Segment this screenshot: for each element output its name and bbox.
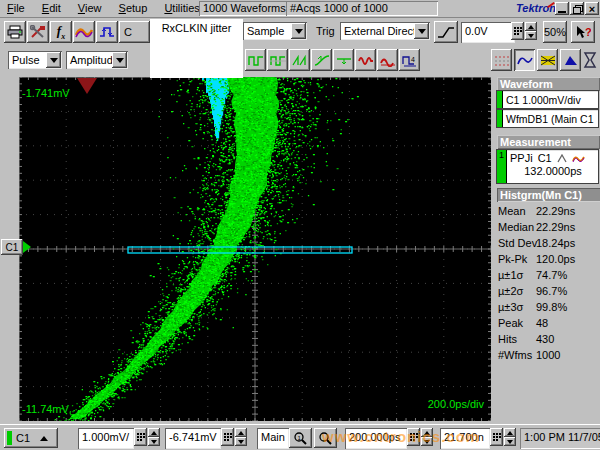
spin-down-icon[interactable] [235,437,247,446]
channel-select-button[interactable]: C1 [4,428,58,448]
pulse-levels-icon [270,54,286,67]
channel-up-arrow-icon [40,436,48,441]
close-button[interactable]: × [585,2,599,15]
close-icon: × [589,3,595,15]
measurement-slot-bar: 1 [497,150,507,183]
trigger-level-spinner[interactable] [525,22,537,40]
eye-diagram-button[interactable] [537,49,558,71]
peak-glyph-icon [557,154,567,163]
color-wave-glyph-icon [572,154,585,163]
measurement-section-header: Measurement [497,135,600,149]
waveform-db1-label: WfmDB1 (Main C1 [503,113,594,125]
trigger-source-value: External Direct [344,25,416,37]
svg-text:?: ? [585,26,591,38]
waveform-view-button[interactable] [514,49,535,71]
menu-edit[interactable]: Edit [35,0,68,17]
waveform-graticule[interactable]: -1.741mV -11.74mV 200.0ps/div [19,77,491,421]
timebase-per-div-label: 200.0ps/div [379,398,484,410]
measure-jitter-button[interactable]: 4 [399,49,420,71]
histogram-view-button[interactable] [560,49,581,71]
measure-risetime-button[interactable] [311,49,332,71]
sine-icon [517,54,533,67]
stat-row: Std Dev18.24ps [498,237,598,253]
measurement-type-select[interactable]: Amplitude [66,51,128,69]
cursor-style-button[interactable] [491,49,512,71]
histogram-section-header[interactable]: Histgrm(Mn C1) [497,188,600,202]
waveform-c1-button[interactable]: C1 1.000mV/div [497,91,598,108]
trigger-level-input[interactable]: 0.0V [461,22,515,43]
channel-1-reference-arrow-icon [23,241,31,253]
top-voltage-label: -1.741mV [22,87,70,99]
stat-row: Mean22.29ns [498,205,598,221]
pulse-edit-button[interactable] [96,21,118,43]
red-wave2-icon [380,54,396,67]
zoom-in-button[interactable]: 1 [289,428,312,448]
print-button[interactable] [4,21,26,43]
menu-bar: File Edit View Setup Utilities Help 1000… [0,0,600,18]
menu-file[interactable]: File [0,0,32,17]
waveform-count-readout: 1000 Waveforms [199,1,287,16]
magnifier-1-icon: 1 [293,431,308,446]
timebase-mode-readout: Main [257,428,289,449]
square-wave-icon [248,54,264,67]
spin-up-icon[interactable] [148,428,160,437]
keypad-icon[interactable] [134,428,147,446]
vertical-scale-input[interactable]: 1.000mV/ [78,428,134,449]
math-button[interactable]: fx [50,21,72,43]
measure-amplitude-button[interactable] [267,49,288,71]
red-wave-icon [358,54,374,67]
trigger-source-select[interactable]: External Direct [340,22,430,40]
measurement-1-button[interactable]: 1 PPJi C1 132.0000ps [497,150,598,183]
dropdown-arrow-icon[interactable] [112,52,127,68]
spin-down-icon[interactable] [148,437,160,446]
context-help-button[interactable]: ? [571,21,595,43]
trigger-slope-button[interactable] [434,21,458,43]
bottom-voltage-label: -11.74mV [22,403,69,415]
acquisition-mode-select[interactable]: Sample [243,22,307,40]
level-arrow-icon [336,54,352,67]
measure-high-low-button[interactable] [245,49,266,71]
channel-1-marker[interactable]: C1 [1,239,23,255]
measure-burst2-button[interactable] [377,49,398,71]
vertical-offset-input[interactable]: -6.741mV [165,428,221,449]
minimize-button[interactable] [555,2,569,15]
hourglass-icon [583,52,597,68]
readout-panel: Waveform C1 1.000mV/div WfmDB1 (Main C1 … [494,75,600,424]
dropdown-arrow-icon[interactable] [414,23,429,39]
menu-setup[interactable]: Setup [112,0,155,17]
restore-button[interactable] [570,2,584,15]
color-wave-icon [75,25,93,39]
clear-button[interactable]: C [119,21,150,43]
dropdown-arrow-icon[interactable] [46,52,61,68]
set-to-50-button[interactable]: 50% [543,21,567,43]
measurement-category-value: Pulse [12,54,40,66]
jitter-icon: 4 [402,54,418,67]
measurement-category-select[interactable]: Pulse [8,51,62,69]
vertical-scale-spinner[interactable] [148,428,160,446]
spin-up-icon[interactable] [235,428,247,437]
menu-view[interactable]: View [71,0,109,17]
watermark: www.cntronics.com [322,428,600,445]
spin-down-icon[interactable] [525,31,537,40]
measure-burst-button[interactable] [355,49,376,71]
dashed-lines-icon [494,54,510,67]
keypad-icon[interactable] [511,22,524,40]
keypad-icon[interactable] [221,428,234,446]
waveform-c1-label: C1 1.000mV/div [503,94,581,106]
tooltip: RxCLKIN jitter [150,19,243,78]
minimize-icon [558,11,566,13]
utilities-tools-button[interactable] [27,21,49,43]
waveform-display-button[interactable] [73,21,95,43]
spin-up-icon[interactable] [525,22,537,31]
measure-ramp-button[interactable] [289,49,310,71]
restore-icon [573,5,582,13]
measurement-name: PPJi [510,152,533,164]
blue-pulse-icon [99,25,115,39]
tools-icon [30,25,46,39]
dropdown-arrow-icon[interactable] [291,23,306,39]
main-toolbar: fx C Sample Trig External Direct [0,18,600,47]
measure-crossing-button[interactable] [333,49,354,71]
vertical-offset-spinner[interactable] [235,428,247,446]
acquisition-mode-value: Sample [247,25,284,37]
waveform-db1-button[interactable]: WfmDB1 (Main C1 [497,110,598,127]
